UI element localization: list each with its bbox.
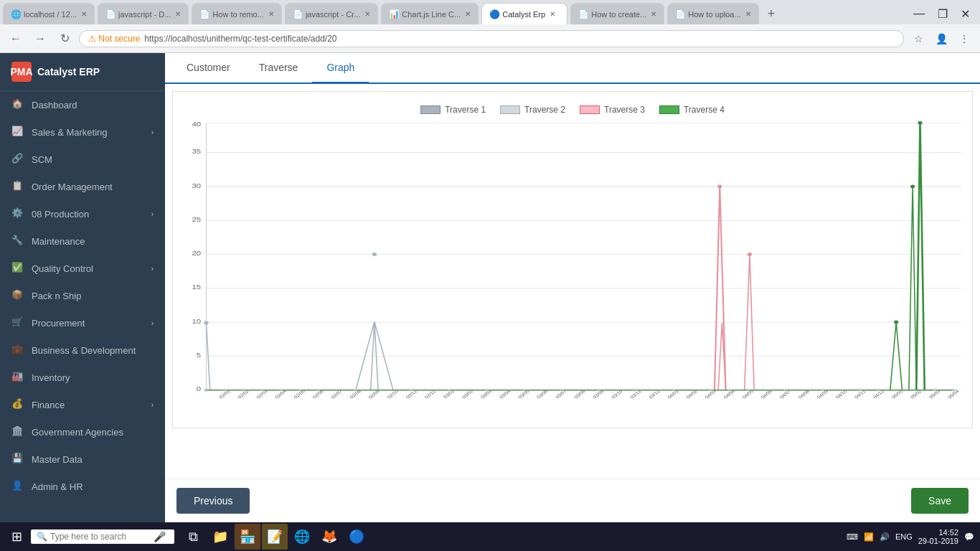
tab-close[interactable]: ✕	[651, 10, 656, 18]
tab-close[interactable]: ✕	[745, 10, 751, 18]
sidebar-item-business-dev[interactable]: 💼 Business & Development	[0, 336, 165, 364]
clock-date: 29-01-2019	[918, 537, 958, 545]
tab-close[interactable]: ✕	[268, 10, 274, 18]
svg-point-83	[710, 389, 712, 391]
clock-time: 14:52	[918, 528, 958, 537]
tab-customer[interactable]: Customer	[172, 53, 245, 84]
tab-close[interactable]: ✕	[81, 10, 87, 18]
sidebar-item-sales[interactable]: 📈 Sales & Marketing ›	[0, 118, 165, 146]
close-button[interactable]: ✕	[955, 6, 976, 22]
sidebar-item-label: Maintenance	[32, 236, 85, 247]
app-file-explorer[interactable]: 📁	[207, 524, 233, 550]
order-icon: 📋	[11, 180, 24, 193]
minimize-button[interactable]: —	[908, 6, 930, 22]
svg-point-74	[354, 389, 357, 391]
content-tabs: Customer Traverse Graph	[165, 53, 980, 84]
browser-tab-6[interactable]: 🔵 Catalyst Erp ✕	[481, 3, 567, 24]
legend-traverse1: Traverse 1	[420, 105, 486, 115]
app-chrome[interactable]: 🌐	[289, 524, 315, 550]
svg-point-84	[728, 389, 731, 391]
svg-text:15: 15	[192, 284, 201, 291]
svg-point-89	[877, 389, 880, 391]
sidebar-item-admin-hr[interactable]: 👤 Admin & HR	[0, 473, 165, 500]
sidebar-item-maintenance[interactable]: 🔧 Maintenance	[0, 227, 165, 255]
production-icon: ⚙️	[11, 207, 24, 220]
browser-tab-4[interactable]: 📄 javascript - Cr... ✕	[285, 3, 378, 24]
sidebar-item-order-management[interactable]: 📋 Order Management	[0, 173, 165, 200]
app-sticky-notes[interactable]: 📝	[262, 524, 288, 550]
sidebar-item-pack-ship[interactable]: 📦 Pack n Ship	[0, 282, 165, 309]
search-icon: 🔍	[37, 532, 47, 542]
browser-tab-7[interactable]: 📄 How to create... ✕	[570, 3, 664, 24]
keyboard-icon: ⌨	[847, 532, 858, 542]
security-warning: ⚠ Not secure	[88, 34, 140, 44]
svg-point-81	[634, 389, 637, 391]
svg-point-64	[918, 121, 922, 125]
svg-text:5: 5	[197, 352, 202, 359]
sidebar-item-production[interactable]: ⚙️ 08 Production ›	[0, 200, 165, 227]
save-button[interactable]: Save	[911, 488, 969, 514]
sidebar-item-finance[interactable]: 💰 Finance ›	[0, 391, 165, 418]
tab-traverse[interactable]: Traverse	[245, 53, 313, 84]
browser-tab-8[interactable]: 📄 How to uploa... ✕	[667, 3, 758, 24]
browser-tab-1[interactable]: 🌐 localhost / 12... ✕	[3, 3, 95, 24]
menu-button[interactable]: ⋮	[954, 29, 974, 49]
app-container: PMA Catalyst ERP 🏠 Dashboard 📈 Sales & M…	[0, 53, 980, 522]
business-icon: 💼	[11, 344, 24, 357]
start-button[interactable]: ⊞	[6, 526, 28, 547]
svg-text:25: 25	[192, 216, 201, 223]
app-firefox[interactable]: 🦊	[316, 524, 342, 550]
sidebar-item-procurement[interactable]: 🛒 Procurement ›	[0, 309, 165, 336]
sidebar-item-label: Finance	[32, 400, 65, 410]
svg-text:40: 40	[192, 121, 201, 128]
tab-label: Catalyst Erp	[502, 10, 545, 19]
sidebar-item-govt-agencies[interactable]: 🏛️ Government Agencies	[0, 418, 165, 446]
svg-point-82	[672, 389, 675, 391]
sidebar-item-master-data[interactable]: 💾 Master Data	[0, 446, 165, 473]
previous-button[interactable]: Previous	[176, 488, 250, 514]
tab-graph[interactable]: Graph	[312, 53, 369, 84]
taskview-button[interactable]: ⧉	[180, 524, 206, 550]
maximize-button[interactable]: ❐	[932, 6, 953, 22]
sidebar-item-scm[interactable]: 🔗 SCM	[0, 146, 165, 173]
tab-close[interactable]: ✕	[550, 10, 555, 18]
legend-traverse3: Traverse 3	[580, 105, 645, 115]
tab-close[interactable]: ✕	[364, 10, 370, 18]
bookmark-button[interactable]: ☆	[908, 29, 928, 49]
address-bar[interactable]: ⚠ Not secure https://localhost/unitherm/…	[79, 30, 904, 47]
svg-point-88	[859, 389, 862, 391]
forward-button[interactable]: →	[30, 29, 50, 49]
legend-traverse4: Traverse 4	[659, 105, 725, 115]
app-store[interactable]: 🏪	[235, 524, 260, 550]
back-button[interactable]: ←	[6, 29, 26, 49]
search-input[interactable]	[50, 532, 151, 542]
new-tab-button[interactable]: +	[762, 6, 781, 22]
sidebar-item-label: Admin & HR	[32, 481, 83, 492]
sidebar-item-dashboard[interactable]: 🏠 Dashboard	[0, 91, 165, 118]
tab-label: javascript - Cr...	[306, 10, 360, 19]
taskbar: ⊞ 🔍 🎤 ⧉ 📁 🏪 📝 🌐 🦊 🔵 ⌨ 📶 🔊 ENG 14:52 29-0…	[0, 522, 980, 551]
sidebar-item-quality-control[interactable]: ✅ Quality Control ›	[0, 255, 165, 282]
svg-point-67	[204, 389, 207, 391]
sidebar-item-label: Master Data	[32, 454, 83, 465]
legend-color-traverse2	[500, 105, 520, 114]
svg-point-68	[223, 389, 226, 391]
svg-point-75	[410, 389, 413, 391]
sidebar-item-label: 08 Production	[32, 209, 89, 220]
chart-container: Traverse 1 Traverse 2 Traverse 3 Travers…	[165, 84, 980, 479]
profile-button[interactable]: 👤	[931, 29, 951, 49]
tab-close[interactable]: ✕	[175, 10, 181, 18]
app-other[interactable]: 🔵	[344, 524, 369, 550]
svg-point-63	[748, 253, 752, 256]
refresh-button[interactable]: ↻	[55, 29, 75, 49]
taskbar-search-bar[interactable]: 🔍 🎤	[31, 529, 174, 544]
sidebar-item-label: Government Agencies	[32, 427, 123, 438]
traverse3-line	[206, 185, 953, 390]
finance-icon: 💰	[11, 398, 24, 411]
browser-tab-3[interactable]: 📄 How to remo... ✕	[192, 3, 282, 24]
browser-tab-5[interactable]: 📊 Chart.js Line C... ✕	[381, 3, 479, 24]
browser-tab-2[interactable]: 📄 javascript - D... ✕	[98, 3, 189, 24]
notification-icon[interactable]: 💬	[964, 532, 974, 542]
sidebar-item-inventory[interactable]: 🏭 Inventory	[0, 364, 165, 391]
tab-close[interactable]: ✕	[465, 10, 471, 18]
